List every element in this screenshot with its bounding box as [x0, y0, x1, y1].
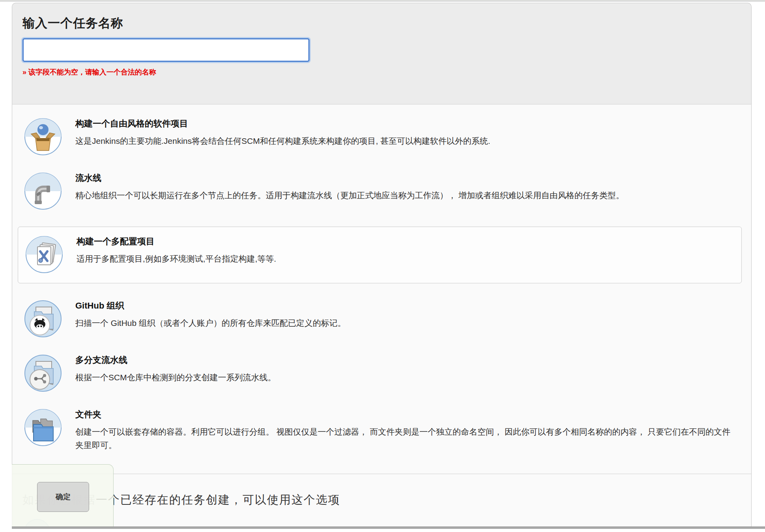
selected-job-type-box: 构建一个多配置项目 适用于多配置项目,例如多环境测试,平台指定构建,等等. — [18, 227, 742, 283]
job-type-list: 构建一个自由风格的软件项目 这是Jenkins的主要功能.Jenkins将会结合… — [12, 104, 752, 474]
job-type-github-organization[interactable]: GitHub 组织 扫描一个 GitHub 组织（或者个人账户）的所有仓库来匹配… — [12, 300, 751, 338]
freestyle-project-icon — [24, 118, 62, 156]
job-type-text: 流水线 精心地组织一个可以长期运行在多个节点上的任务。适用于构建流水线（更加正式… — [75, 172, 733, 202]
job-type-folder[interactable]: 文件夹 创建一个可以嵌套存储的容器。利用它可以进行分组。 视图仅仅是一个过滤器，… — [12, 409, 751, 452]
job-type-text: 多分支流水线 根据一个SCM仓库中检测到的分支创建一系列流水线。 — [75, 354, 733, 384]
job-type-text: GitHub 组织 扫描一个 GitHub 组织（或者个人账户）的所有仓库来匹配… — [75, 300, 733, 330]
copy-existing-hint-visible: 一个已经存在的任务创建，可以使用这个选项 — [96, 493, 340, 506]
folder-icon — [24, 409, 62, 446]
job-type-multibranch-pipeline[interactable]: 多分支流水线 根据一个SCM仓库中检测到的分支创建一系列流水线。 — [12, 354, 751, 392]
job-type-pipeline[interactable]: 流水线 精心地组织一个可以长期运行在多个节点上的任务。适用于构建流水线（更加正式… — [12, 172, 751, 210]
page-title: 输入一个任务名称 — [22, 15, 741, 32]
multi-configuration-icon — [25, 236, 63, 273]
new-job-panel: 输入一个任务名称 » 该字段不能为空，请输入一个合法的名称 构建一个自由风格的软… — [12, 3, 752, 526]
save-sticker-overlay: 确定 — [12, 464, 114, 526]
job-type-multi-configuration[interactable]: 构建一个多配置项目 适用于多配置项目,例如多环境测试,平台指定构建,等等. — [20, 236, 741, 273]
job-type-freestyle[interactable]: 构建一个自由风格的软件项目 这是Jenkins的主要功能.Jenkins将会结合… — [12, 118, 751, 156]
pipeline-icon — [24, 172, 62, 210]
job-type-description: 创建一个可以嵌套存储的容器。利用它可以进行分组。 视图仅仅是一个过滤器， 而文件… — [75, 425, 733, 452]
bottom-divider-bar — [12, 526, 765, 529]
page-top-strip — [0, 0, 765, 2]
github-organization-icon — [24, 300, 62, 338]
copy-existing-item-section: 如果你想根据一个已经存在的任务创建，可以使用这个选项 — [12, 474, 752, 526]
multibranch-pipeline-icon — [24, 354, 62, 392]
ok-button[interactable]: 确定 — [37, 482, 89, 512]
job-type-description: 适用于多配置项目,例如多环境测试,平台指定构建,等等. — [76, 252, 723, 266]
job-type-title: 多分支流水线 — [75, 354, 733, 366]
job-type-title: 构建一个自由风格的软件项目 — [75, 118, 733, 130]
name-error-message: » 该字段不能为空，请输入一个合法的名称 — [22, 67, 741, 77]
item-name-section: 输入一个任务名称 » 该字段不能为空，请输入一个合法的名称 — [12, 3, 752, 104]
job-name-input[interactable] — [22, 38, 310, 62]
job-type-title: GitHub 组织 — [75, 300, 733, 312]
job-type-description: 精心地组织一个可以长期运行在多个节点上的任务。适用于构建流水线（更加正式地应当称… — [75, 189, 733, 202]
job-type-description: 扫描一个 GitHub 组织（或者个人账户）的所有仓库来匹配已定义的标记。 — [75, 316, 733, 330]
job-type-description: 这是Jenkins的主要功能.Jenkins将会结合任何SCM和任何构建系统来构… — [75, 134, 733, 148]
job-type-title: 构建一个多配置项目 — [76, 236, 723, 247]
job-type-title: 流水线 — [75, 172, 733, 184]
job-type-description: 根据一个SCM仓库中检测到的分支创建一系列流水线。 — [75, 371, 733, 384]
job-type-text: 构建一个自由风格的软件项目 这是Jenkins的主要功能.Jenkins将会结合… — [75, 118, 733, 148]
job-type-text: 文件夹 创建一个可以嵌套存储的容器。利用它可以进行分组。 视图仅仅是一个过滤器，… — [75, 409, 733, 452]
job-type-title: 文件夹 — [75, 409, 733, 420]
job-type-text: 构建一个多配置项目 适用于多配置项目,例如多环境测试,平台指定构建,等等. — [76, 236, 723, 266]
